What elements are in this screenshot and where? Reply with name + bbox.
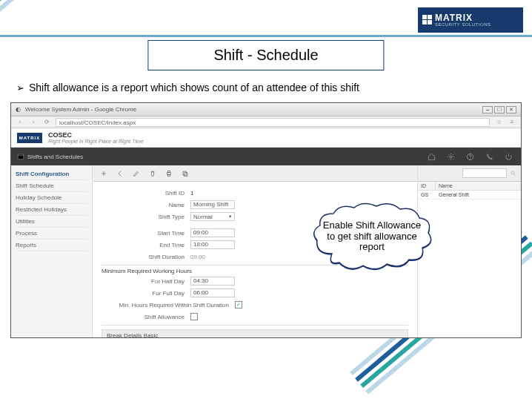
breadcrumb-label: Shifts and Schedules [27, 154, 83, 160]
list-item[interactable]: GS General Shift [418, 191, 521, 200]
shift-type-value: Normal [193, 214, 213, 220]
shift-type-select[interactable]: Normal ▾ [190, 212, 235, 221]
col-id: ID [418, 182, 436, 190]
address-field[interactable]: localhost/COSEC/Index.aspx [56, 118, 490, 127]
shift-duration-label: Shift Duration [102, 254, 190, 260]
svg-rect-6 [167, 174, 170, 176]
power-icon[interactable] [502, 150, 515, 163]
callout-text: Enable Shift Allowance to get shift allo… [320, 212, 424, 261]
right-panel-header [418, 165, 521, 182]
full-day-label: For Full Day [102, 290, 190, 297]
toolbar-edit-icon[interactable] [131, 168, 142, 179]
svg-point-1 [450, 156, 452, 158]
phone-icon[interactable] [482, 150, 496, 163]
product-header: MATRIX COSEC Right People in Right Place… [11, 128, 521, 148]
start-time-label: Start Time [102, 230, 190, 237]
sidebar-item-utilities[interactable]: Utilities [16, 216, 87, 228]
window-close-button[interactable]: ✕ [506, 106, 516, 113]
chevron-down-icon: ▾ [229, 214, 232, 220]
nav-reload-button[interactable]: ⟳ [42, 118, 51, 127]
shift-duration-value: 09:00 [190, 254, 205, 260]
svg-rect-0 [18, 154, 24, 159]
toolbar-print-icon[interactable] [164, 168, 174, 179]
gear-icon[interactable] [444, 150, 457, 163]
search-input[interactable] [462, 168, 507, 178]
matrix-logo: MATRIX SECURITY SOLUTIONS [418, 7, 523, 33]
row-name: General Shift [436, 191, 521, 199]
slide-header: MATRIX SECURITY SOLUTIONS [0, 0, 532, 37]
row-id: GS [418, 191, 436, 199]
window-title: Welcome System Admin - Google Chrome [25, 106, 136, 113]
start-time-input[interactable]: 09:00 [190, 228, 235, 237]
sidebar-item-process[interactable]: Process [16, 228, 87, 240]
ribbon-bar: Shifts and Schedules [11, 148, 521, 165]
shift-type-label: Shift Type [102, 214, 190, 220]
home-icon[interactable] [425, 150, 438, 163]
search-icon[interactable] [510, 170, 516, 177]
window-minimize-button[interactable]: ‒ [482, 106, 493, 113]
shift-allowance-checkbox[interactable] [190, 313, 198, 320]
product-name: COSEC [48, 131, 144, 139]
chrome-menu-icon[interactable]: ≡ [508, 119, 516, 125]
toolbar-copy-icon[interactable] [180, 168, 190, 179]
product-tagline: Right People in Right Place at Right Tim… [48, 139, 144, 144]
breadcrumb: Shifts and Schedules [17, 153, 83, 160]
bullet-line: ➢ Shift allowance is a report which show… [16, 82, 359, 93]
callout-cloud: Enable Shift Allowance to get shift allo… [310, 202, 434, 271]
shift-id-value: 1 [190, 190, 193, 197]
shift-allowance-label: Shift Allowance [102, 314, 190, 320]
name-input[interactable]: Morning Shift [190, 200, 235, 209]
svg-rect-5 [167, 171, 170, 173]
sidebar-item-shift-configuration[interactable]: Shift Configuration [16, 168, 87, 180]
bullet-text: Shift allowance is a report which shows … [29, 82, 359, 93]
page-title: Shift - Schedule [147, 40, 384, 70]
product-logo: MATRIX [17, 133, 42, 143]
schedule-icon [17, 153, 24, 160]
app-window: ◐ Welcome System Admin - Google Chrome ‒… [10, 102, 522, 338]
sidebar-item-reports[interactable]: Reports [16, 240, 87, 251]
chrome-title-bar: ◐ Welcome System Admin - Google Chrome ‒… [11, 103, 521, 116]
min-hours-within-label: Min. Hours Required Within Shift Duratio… [102, 302, 235, 309]
half-day-label: For Half Day [102, 278, 190, 285]
sidebar-item-holiday-schedule[interactable]: Holiday Schedule [16, 192, 87, 204]
min-hours-within-checkbox[interactable]: ✓ [235, 301, 242, 309]
browser-url-bar: ‹ › ⟳ localhost/COSEC/Index.aspx ☆ ≡ [11, 116, 521, 128]
half-day-input[interactable]: 04:30 [190, 277, 235, 286]
end-time-input[interactable]: 18:00 [190, 240, 235, 249]
bullet-arrow-icon: ➢ [16, 82, 24, 93]
left-sidebar: Shift Configuration Shift Schedule Holid… [11, 165, 93, 337]
nav-forward-button[interactable]: › [29, 118, 38, 127]
full-day-input[interactable]: 06:00 [190, 288, 235, 297]
sidebar-item-shift-schedule[interactable]: Shift Schedule [16, 180, 87, 192]
help-icon[interactable] [463, 150, 476, 163]
toolbar-delete-icon[interactable] [147, 168, 158, 179]
window-maximize-button[interactable]: ☐ [494, 106, 505, 113]
svg-rect-4 [167, 172, 171, 174]
toolbar-prev-icon[interactable] [115, 168, 125, 179]
form-toolbar [93, 165, 417, 182]
logo-sub: SECURITY SOLUTIONS [435, 22, 491, 27]
list-header-row: ID Name [418, 182, 521, 191]
bookmark-icon[interactable]: ☆ [494, 119, 503, 125]
col-name: Name [436, 182, 521, 190]
content-area: Shift Configuration Shift Schedule Holid… [11, 165, 521, 337]
logo-brand: MATRIX [435, 13, 491, 22]
name-label: Name [102, 202, 190, 208]
svg-point-9 [511, 171, 515, 175]
toolbar-new-icon[interactable] [99, 168, 109, 179]
end-time-label: End Time [102, 242, 190, 248]
browser-favicon: ◐ [16, 106, 21, 113]
nav-back-button[interactable]: ‹ [16, 118, 24, 127]
svg-rect-7 [183, 171, 186, 175]
shift-id-label: Shift ID [102, 190, 190, 197]
break-basic-section[interactable]: Break Details Basic [102, 329, 408, 338]
svg-rect-8 [184, 172, 187, 176]
sidebar-item-restricted-holidays[interactable]: Restricted Holidays [16, 204, 87, 216]
